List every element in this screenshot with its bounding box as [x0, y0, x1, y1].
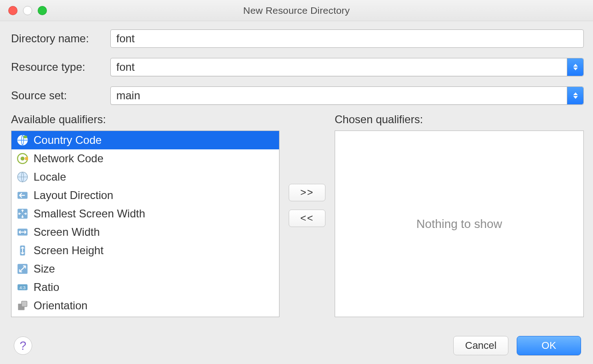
qualifier-item-label: Layout Direction — [34, 189, 113, 202]
orientation-icon — [16, 299, 29, 312]
dialog-footer: ? Cancel OK — [0, 327, 593, 364]
qualifier-item-screen-width[interactable]: Screen Width — [11, 223, 279, 241]
available-qualifiers-label: Available qualifiers: — [11, 113, 279, 126]
qualifier-item-label: Orientation — [34, 299, 87, 312]
arrow-width-icon — [16, 226, 29, 239]
close-window-icon[interactable] — [8, 6, 17, 15]
help-button[interactable]: ? — [14, 336, 32, 355]
directory-name-label: Directory name: — [11, 32, 97, 45]
globe-flag-icon — [16, 134, 29, 147]
qualifier-item-smallest-screen-width[interactable]: Smallest Screen Width — [11, 205, 279, 223]
window-title: New Resource Directory — [0, 5, 593, 16]
qualifier-item-network-code[interactable]: Network Code — [11, 149, 279, 168]
qualifier-item-ratio[interactable]: 4:3 Ratio — [11, 278, 279, 296]
ok-button[interactable]: OK — [517, 336, 581, 355]
arrow-left-box-icon — [16, 189, 29, 202]
minimize-window-icon[interactable] — [23, 6, 32, 15]
chosen-qualifiers-label: Chosen qualifiers: — [335, 113, 584, 126]
directory-name-value: font — [116, 32, 135, 45]
network-icon — [16, 152, 29, 165]
move-left-button[interactable]: << — [289, 210, 325, 227]
qualifier-item-label: Ratio — [34, 281, 59, 294]
qualifier-item-label: Screen Height — [34, 244, 103, 257]
directory-name-input[interactable]: font — [110, 29, 584, 48]
qualifier-item-label: Country Code — [34, 134, 102, 147]
svg-rect-1 — [23, 136, 27, 138]
svg-point-3 — [21, 157, 25, 161]
svg-rect-14 — [22, 301, 27, 307]
chosen-qualifiers-list[interactable]: Nothing to show — [335, 131, 584, 317]
qualifier-item-country-code[interactable]: Country Code — [11, 131, 279, 149]
globe-icon — [16, 171, 29, 183]
diagonal-arrow-icon — [16, 262, 29, 275]
qualifier-item-layout-direction[interactable]: Layout Direction — [11, 186, 279, 205]
available-qualifiers-list[interactable]: Country Code Network Code Locale — [11, 131, 279, 317]
chosen-empty-text: Nothing to show — [416, 217, 502, 231]
resource-type-combobox[interactable]: font — [110, 58, 584, 76]
svg-text:4:3: 4:3 — [19, 285, 26, 290]
qualifier-item-label: Locale — [34, 171, 66, 183]
window-controls — [8, 6, 47, 15]
qualifier-item-locale[interactable]: Locale — [11, 168, 279, 186]
resource-type-label: Resource type: — [11, 61, 97, 74]
qualifier-item-label: Size — [34, 262, 55, 275]
chevrons-updown-icon[interactable] — [567, 58, 583, 76]
move-right-button[interactable]: >> — [289, 184, 325, 201]
qualifier-item-label: Screen Width — [34, 226, 100, 239]
title-bar: New Resource Directory — [0, 0, 593, 21]
chevrons-updown-icon[interactable] — [567, 87, 583, 104]
qualifier-item-label: Smallest Screen Width — [34, 207, 145, 220]
qualifier-item-orientation[interactable]: Orientation — [11, 296, 279, 315]
svg-rect-4 — [25, 157, 28, 160]
source-set-label: Source set: — [11, 89, 97, 102]
zoom-window-icon[interactable] — [38, 6, 47, 15]
source-set-value: main — [116, 89, 140, 102]
qualifier-item-label: Network Code — [34, 152, 103, 165]
qualifier-item-size[interactable]: Size — [11, 260, 279, 278]
qualifier-item-screen-height[interactable]: Screen Height — [11, 241, 279, 260]
resource-type-value: font — [116, 61, 135, 74]
arrows-out-icon — [16, 207, 29, 220]
ratio-icon: 4:3 — [16, 281, 29, 294]
arrow-height-icon — [16, 244, 29, 257]
source-set-combobox[interactable]: main — [110, 86, 584, 105]
cancel-button[interactable]: Cancel — [453, 336, 508, 355]
